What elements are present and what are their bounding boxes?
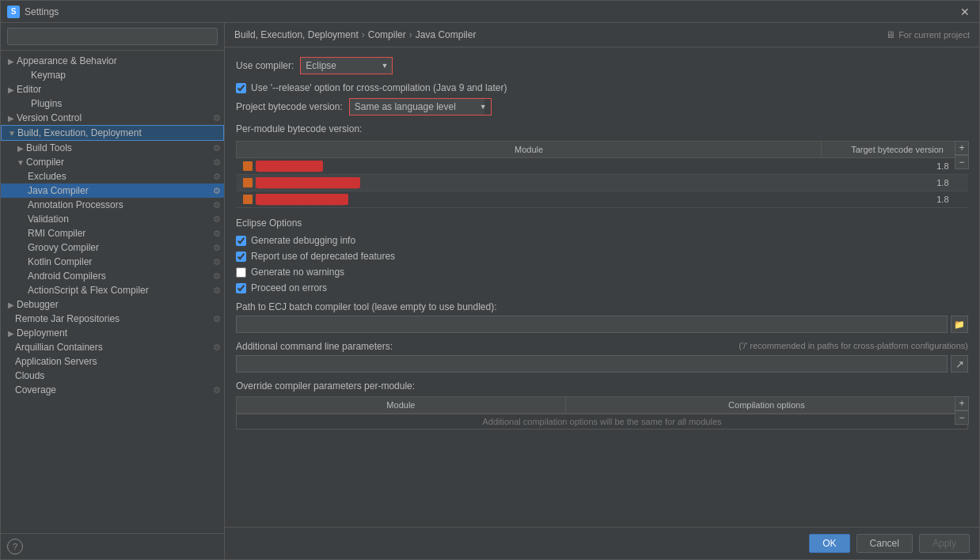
sidebar-item-excludes[interactable]: Excludes ⚙ bbox=[1, 169, 224, 184]
module-cell: ██████████ bbox=[237, 158, 822, 175]
proceed-errors-label: Proceed on errors bbox=[251, 282, 327, 293]
settings-window: S Settings ✕ ▶ Appearance & Behavior Key… bbox=[0, 0, 980, 560]
add-override-button[interactable]: + bbox=[955, 396, 969, 411]
module-icon bbox=[243, 178, 253, 187]
sidebar-item-coverage[interactable]: Coverage ⚙ bbox=[1, 383, 224, 397]
override-action-buttons: + − bbox=[955, 396, 969, 425]
sidebar-item-appearance-behavior[interactable]: ▶ Appearance & Behavior bbox=[1, 54, 224, 68]
table-row[interactable]: ██████████ 1.8 bbox=[237, 158, 968, 175]
sidebar-item-kotlin-compiler[interactable]: Kotlin Compiler ⚙ bbox=[1, 255, 224, 269]
release-checkbox[interactable] bbox=[236, 83, 246, 93]
main-content: ▶ Appearance & Behavior Keymap ▶ Editor … bbox=[1, 23, 979, 559]
sidebar-item-editor[interactable]: ▶ Editor bbox=[1, 82, 224, 96]
table-row[interactable]: ██████████████ 1.8 bbox=[237, 191, 968, 208]
apply-button[interactable]: Apply bbox=[919, 534, 970, 553]
search-input[interactable] bbox=[7, 28, 218, 45]
path-ecj-input[interactable] bbox=[236, 316, 948, 333]
path-ecj-label: Path to ECJ batch compiler tool (leave e… bbox=[236, 301, 968, 312]
sidebar-item-actionscript-flex[interactable]: ActionScript & Flex Compiler ⚙ bbox=[1, 283, 224, 297]
breadcrumb-part2: Compiler bbox=[368, 29, 406, 40]
sidebar-item-compiler[interactable]: ▼ Compiler ⚙ bbox=[1, 155, 224, 169]
sidebar-item-arquillian[interactable]: Arquillian Containers ⚙ bbox=[1, 340, 224, 354]
proceed-errors-checkbox[interactable] bbox=[236, 283, 246, 293]
app-icon: S bbox=[7, 6, 20, 18]
module-icon bbox=[243, 161, 253, 171]
cmd-expand-button[interactable]: ↗ bbox=[951, 355, 968, 373]
arrow-icon: ▶ bbox=[6, 301, 17, 309]
arrow-icon: ▶ bbox=[6, 329, 17, 338]
release-label: Use '--release' option for cross-compila… bbox=[251, 82, 507, 93]
eclipse-option-3: Generate no warnings bbox=[236, 267, 968, 278]
override-table: Module Compilation options bbox=[236, 396, 968, 414]
additional-cmd-input[interactable] bbox=[236, 355, 948, 373]
deprecated-checkbox[interactable] bbox=[236, 252, 246, 262]
eclipse-option-2: Report use of deprecated features bbox=[236, 251, 968, 262]
add-module-button[interactable]: + bbox=[955, 141, 969, 155]
sidebar-item-validation[interactable]: Validation ⚙ bbox=[1, 212, 224, 226]
no-warnings-checkbox[interactable] bbox=[236, 267, 246, 278]
right-panel: Build, Execution, Deployment › Compiler … bbox=[225, 23, 979, 559]
col-module: Module bbox=[237, 142, 822, 158]
path-ecj-browse-button[interactable]: 📁 bbox=[951, 316, 968, 333]
sidebar: ▶ Appearance & Behavior Keymap ▶ Editor … bbox=[1, 23, 225, 559]
project-bytecode-label: Project bytecode version: bbox=[236, 101, 343, 112]
sidebar-item-deployment[interactable]: ▶ Deployment bbox=[1, 326, 224, 340]
remove-override-button[interactable]: − bbox=[955, 411, 969, 425]
module-name-redacted: ██████████████ bbox=[256, 194, 348, 205]
cmd-hint: ('/' recommended in paths for cross-plat… bbox=[415, 341, 968, 350]
sidebar-item-version-control[interactable]: ▶ Version Control ⚙ bbox=[1, 111, 224, 125]
arrow-icon: ▶ bbox=[6, 85, 17, 94]
sidebar-item-build-execution-deployment[interactable]: ▼ Build, Execution, Deployment bbox=[1, 125, 224, 141]
bottom-bar: OK Cancel Apply bbox=[225, 527, 979, 559]
sidebar-item-annotation-processors[interactable]: Annotation Processors ⚙ bbox=[1, 198, 224, 212]
panel-content: Use compiler: Eclipse Javac Ajc Use '--r… bbox=[225, 47, 979, 527]
debug-info-label: Generate debugging info bbox=[251, 235, 355, 246]
title-bar: S Settings ✕ bbox=[1, 1, 979, 23]
sidebar-item-keymap[interactable]: Keymap bbox=[1, 68, 224, 82]
sidebar-item-plugins[interactable]: Plugins bbox=[1, 96, 224, 111]
arrow-icon: ▶ bbox=[6, 114, 17, 123]
sidebar-item-android-compilers[interactable]: Android Compilers ⚙ bbox=[1, 269, 224, 283]
per-module-label: Per-module bytecode version: bbox=[236, 123, 968, 134]
compiler-select-wrapper[interactable]: Eclipse Javac Ajc bbox=[300, 57, 393, 74]
table-row[interactable]: ████████████████ 1.8 bbox=[237, 175, 968, 191]
sidebar-item-rmi-compiler[interactable]: RMI Compiler ⚙ bbox=[1, 226, 224, 240]
col-version: Target bytecode version bbox=[822, 142, 968, 158]
override-col-module: Module bbox=[237, 397, 566, 414]
bytecode-version-select[interactable]: Same as language level bbox=[350, 99, 484, 115]
breadcrumb-arrow1: › bbox=[362, 29, 365, 40]
help-button[interactable]: ? bbox=[7, 539, 23, 554]
sidebar-item-groovy-compiler[interactable]: Groovy Compiler ⚙ bbox=[1, 240, 224, 255]
version-cell: 1.8 bbox=[822, 158, 968, 175]
cancel-button[interactable]: Cancel bbox=[857, 534, 913, 553]
cmd-row: Additional command line parameters: ('/'… bbox=[236, 341, 968, 352]
module-table-wrapper: Module Target bytecode version █████████… bbox=[236, 141, 968, 208]
close-button[interactable]: ✕ bbox=[957, 4, 973, 20]
arrow-icon: ▼ bbox=[6, 129, 17, 138]
sidebar-item-clouds[interactable]: Clouds bbox=[1, 369, 224, 383]
breadcrumb-part3: Java Compiler bbox=[416, 29, 477, 40]
sidebar-item-java-compiler[interactable]: Java Compiler ⚙ bbox=[1, 184, 224, 198]
breadcrumb-part1: Build, Execution, Deployment bbox=[234, 29, 359, 40]
compiler-select[interactable]: Eclipse Javac Ajc bbox=[301, 58, 392, 74]
sidebar-item-application-servers[interactable]: Application Servers bbox=[1, 354, 224, 369]
sidebar-item-build-tools[interactable]: ▶ Build Tools ⚙ bbox=[1, 141, 224, 155]
module-name-redacted: ████████████████ bbox=[256, 177, 361, 188]
project-label: For current project bbox=[898, 30, 970, 40]
ok-button[interactable]: OK bbox=[809, 534, 849, 553]
debug-info-checkbox[interactable] bbox=[236, 236, 246, 246]
module-name-redacted: ██████████ bbox=[256, 161, 324, 172]
override-footer: Additional compilation options will be t… bbox=[236, 414, 968, 429]
bytecode-version-wrapper[interactable]: Same as language level bbox=[349, 98, 492, 115]
arrow-icon: ▶ bbox=[6, 57, 17, 66]
additional-cmd-label: Additional command line parameters: bbox=[236, 341, 393, 352]
remove-module-button[interactable]: − bbox=[955, 155, 969, 169]
sidebar-item-remote-jar[interactable]: Remote Jar Repositories ⚙ bbox=[1, 312, 224, 326]
no-warnings-label: Generate no warnings bbox=[251, 267, 344, 278]
sidebar-item-debugger[interactable]: ▶ Debugger bbox=[1, 297, 224, 312]
use-compiler-label: Use compiler: bbox=[236, 60, 294, 71]
path-ecj-row: 📁 bbox=[236, 316, 968, 333]
arrow-icon: ▼ bbox=[15, 158, 26, 167]
project-bytecode-row: Project bytecode version: Same as langua… bbox=[236, 98, 968, 115]
override-title: Override compiler parameters per-module: bbox=[236, 380, 968, 392]
